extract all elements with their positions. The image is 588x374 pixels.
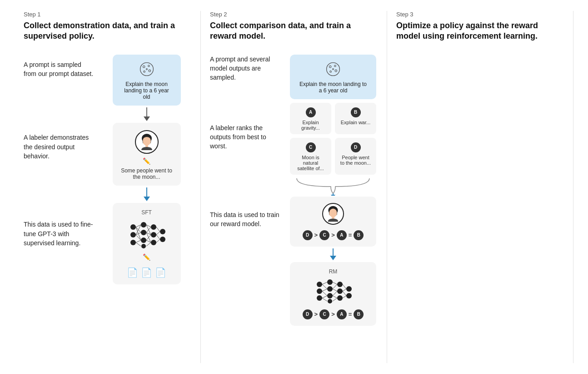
svg-point-45 [330,71,332,72]
badge-c: C [306,142,316,152]
doc-icon-1: 📄 [127,267,138,278]
step2-rm-ranking-row: D > C > A = B [303,309,364,319]
brace-svg [288,177,379,196]
step2-desc2: A labeler ranks the outputs from best to… [210,123,280,151]
svg-point-56 [327,286,333,292]
svg-line-77 [343,289,346,291]
step2-desc1: A prompt and several model outputs are s… [210,55,280,82]
rank-d: D [303,230,313,240]
svg-line-38 [156,232,160,235]
svg-line-66 [322,289,327,291]
svg-point-18 [151,240,156,245]
svg-point-52 [317,282,322,287]
rm-rank-b: B [354,309,364,319]
svg-point-5 [146,68,147,70]
step2-cookie-icon [325,61,341,77]
svg-point-13 [141,230,146,235]
svg-point-61 [337,295,343,301]
svg-line-65 [322,284,327,289]
svg-line-39 [156,235,160,239]
svg-point-42 [329,66,331,68]
svg-line-69 [322,298,327,301]
step2-ranking-row: D > C > A = B [303,230,364,240]
svg-line-71 [333,284,337,289]
step1-labeler-text: Some people went to the moon... [120,167,174,180]
svg-point-10 [130,232,136,238]
svg-point-63 [346,293,352,298]
rank-b: B [354,230,364,240]
step2-rank-card: D > C > A = B [290,197,376,247]
step3-label: Step 3 [396,11,564,18]
svg-point-4 [143,71,145,72]
svg-line-26 [136,243,141,246]
svg-point-15 [141,244,146,248]
svg-line-78 [343,291,346,296]
svg-line-75 [333,298,337,301]
svg-point-20 [160,237,165,242]
step2-rm-card: RM [290,262,376,326]
svg-point-50 [329,208,337,217]
svg-point-43 [334,65,336,67]
svg-line-25 [136,240,141,243]
step2-brace [288,177,379,196]
step3-column: Step 3 Optimize a policy against the rew… [387,11,573,363]
cookie-icon [139,61,155,77]
svg-point-14 [141,238,146,243]
step1-prompt-card: Explain the moon landing to a 6 year old [113,55,181,106]
svg-point-11 [130,240,136,245]
svg-point-16 [151,224,156,230]
step2-prompt-text: Explain the moon landing to a 6 year old [297,81,369,94]
step1-desc3: This data is used to fine-tune GPT-3 wit… [24,220,94,248]
step1-desc2: A labeler demonstrates the desired outpu… [24,133,94,161]
output-card-a: A Explain gravity... [290,103,331,134]
svg-point-41 [327,62,340,76]
svg-point-62 [346,286,352,292]
step2-descriptions: A prompt and several model outputs are s… [210,55,280,228]
svg-line-37 [156,227,160,232]
svg-line-68 [322,296,327,298]
rank-c: C [319,230,329,240]
step2-arrow [330,248,336,260]
svg-point-53 [317,288,322,294]
badge-b: B [351,107,361,117]
output-card-c: C Moon is natural satellite of... [290,138,331,175]
svg-line-24 [136,235,141,240]
svg-marker-48 [331,195,335,196]
badge-d: D [351,142,361,152]
step1-label: Step 1 [24,11,192,18]
step1-content: A prompt is sampled from our prompt data… [24,55,192,284]
step2-content: A prompt and several model outputs are s… [210,55,378,326]
output-text-a: Explain gravity... [301,120,320,131]
svg-line-36 [146,232,151,243]
svg-point-3 [149,70,151,72]
rm-rank-a: A [337,309,347,319]
step1-labeler-card: ✏️ Some people went to the moon... [113,123,181,186]
step2-label: Step 2 [210,11,378,18]
step2-desc3: This data is used to train our reward mo… [210,210,280,229]
step2-output-grid: A Explain gravity... B Explain war... C … [290,103,376,175]
step2-rm-label: RM [329,268,338,275]
svg-point-2 [148,65,149,67]
step1-title: Collect demonstration data, and train a … [24,20,192,42]
svg-point-44 [335,70,337,72]
svg-point-60 [337,288,343,294]
doc-icon-3: 📄 [155,267,166,278]
svg-point-17 [151,232,156,238]
step1-sft-pencil: ✏️ [143,253,150,261]
rm-rank-d: D [303,309,313,319]
step1-descriptions: A prompt is sampled from our prompt data… [24,55,94,248]
step1-sft-card: SFT [113,203,181,284]
svg-line-35 [146,225,151,235]
svg-point-12 [141,222,146,227]
step2-prompt-card: Explain the moon landing to a 6 year old [290,55,376,99]
step1-avatar [135,130,159,154]
step1-arrow2 [144,187,150,201]
svg-point-0 [140,62,153,76]
output-card-b: B Explain war... [335,103,376,134]
rank-a: A [337,230,347,240]
svg-line-70 [333,282,337,284]
svg-point-7 [143,136,151,146]
step1-doc-icons: 📄 📄 📄 [127,267,166,278]
svg-line-79 [343,296,346,298]
doc-icon-2: 📄 [141,267,152,278]
